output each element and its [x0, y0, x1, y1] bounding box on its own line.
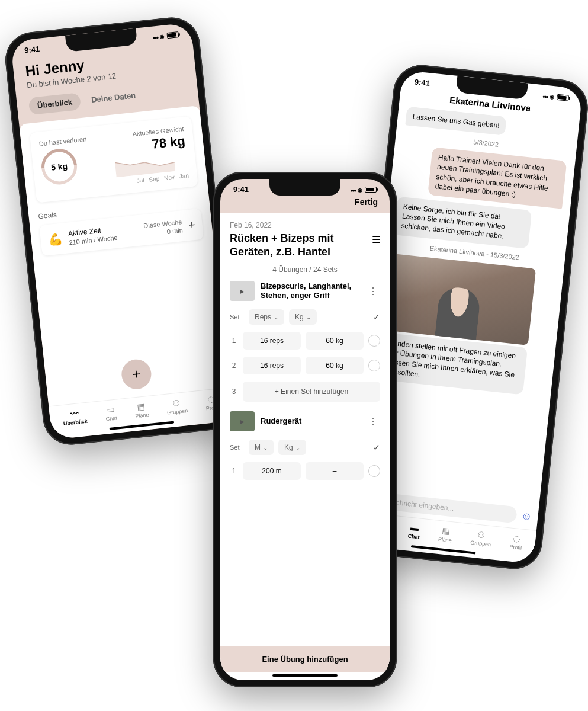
add-goal-icon[interactable]: + — [188, 217, 196, 232]
add-exercise-button[interactable]: Eine Übung hinzufügen — [220, 646, 390, 672]
set-done-toggle[interactable] — [368, 335, 380, 347]
wifi-icon — [159, 32, 165, 40]
battery-icon — [166, 31, 179, 39]
set-done-toggle[interactable] — [368, 465, 380, 477]
groups-icon: ⚇ — [171, 398, 182, 408]
nav-groups[interactable]: ⚇Gruppen — [470, 529, 493, 548]
set-row: 1 16 reps 60 kg — [230, 332, 380, 350]
wifi-icon — [550, 92, 555, 100]
nav-plans[interactable]: ▤Pläne — [134, 401, 149, 419]
workout-date: Feb 16, 2022 — [230, 221, 380, 229]
set-number: 3 — [230, 387, 238, 396]
exercise-thumb: ▶ — [230, 411, 255, 431]
nav-overview[interactable]: 〰Überblick — [62, 408, 88, 427]
month-label: Jul — [136, 177, 144, 184]
set-column-label: Set — [230, 313, 244, 321]
status-time: 9:41 — [233, 185, 249, 194]
status-time: 9:41 — [414, 77, 430, 88]
reps-dropdown[interactable]: Reps — [249, 309, 284, 325]
tab-your-data[interactable]: Deine Daten — [82, 86, 145, 110]
video-message[interactable]: Kunden stellen mir oft Fragen zu einigen… — [378, 253, 536, 395]
set-number: 2 — [230, 361, 238, 370]
set-row: 1 200 m – — [230, 462, 380, 480]
signal-icon — [351, 186, 356, 193]
workout-summary: 4 Übungen / 24 Sets — [230, 265, 380, 274]
signal-icon — [542, 92, 548, 100]
month-label: Sep — [149, 175, 160, 183]
exercise-name: Bizepscurls, Langhantel, Stehen, enger G… — [261, 281, 360, 300]
profile-icon: ◌ — [511, 533, 523, 544]
nav-chat[interactable]: ▭Chat — [104, 405, 117, 422]
exercise-row[interactable]: ▶ Rudergerät ⋮ — [230, 411, 380, 431]
chat-icon: ▭ — [105, 405, 117, 415]
plans-icon: ▤ — [136, 401, 147, 412]
month-label: Nov — [164, 174, 175, 181]
reps-input[interactable]: 16 reps — [243, 332, 301, 350]
groups-icon: ⚇ — [476, 530, 488, 540]
nav-plans[interactable]: ▤Pläne — [438, 526, 453, 543]
progress-ring: 5 kg — [34, 142, 84, 191]
flex-icon: 💪 — [47, 232, 63, 247]
phone-overview: 9:41 Hi Jenny Du bist in Woche 2 von 12 … — [2, 15, 240, 448]
weight-input[interactable]: 60 kg — [306, 357, 364, 374]
set-row: 3 + Einen Set hinzufügen — [230, 382, 380, 402]
exercise-row[interactable]: ▶ Bizepscurls, Langhantel, Stehen, enger… — [230, 281, 380, 301]
check-icon: ✓ — [373, 443, 380, 452]
chat-icon: ▬ — [409, 523, 420, 533]
home-indicator — [272, 674, 338, 677]
distance-input[interactable]: 200 m — [243, 462, 301, 480]
emoji-icon[interactable]: ☺ — [520, 510, 532, 523]
kg-dropdown[interactable]: Kg — [289, 309, 317, 325]
set-number: 1 — [230, 337, 238, 345]
chat-message-in: Keine Sorge, ich bin für Sie da! Lassen … — [394, 196, 532, 248]
kg-dropdown[interactable]: Kg — [278, 440, 306, 455]
lost-label: Du hast verloren — [38, 134, 94, 148]
set-done-toggle[interactable] — [368, 360, 380, 371]
exercise-name: Rudergerät — [261, 417, 360, 426]
overview-icon: 〰 — [69, 408, 81, 419]
lost-value: 5 kg — [50, 161, 68, 172]
set-number: 1 — [230, 467, 238, 475]
battery-icon — [557, 94, 569, 101]
more-icon[interactable]: ⋮ — [366, 283, 380, 299]
video-thumbnail[interactable] — [384, 253, 536, 345]
nav-chat[interactable]: ▬Chat — [407, 523, 421, 540]
set-column-label: Set — [230, 444, 244, 451]
more-icon[interactable]: ⋮ — [366, 414, 380, 430]
nav-profile[interactable]: ◌Profil — [509, 533, 523, 551]
nav-groups[interactable]: ⚇Gruppen — [166, 397, 188, 416]
weight-input[interactable]: – — [306, 462, 364, 480]
add-set-button[interactable]: + Einen Set hinzufügen — [243, 382, 380, 402]
list-view-icon[interactable]: ☰ — [372, 232, 380, 245]
plans-icon: ▤ — [440, 526, 452, 536]
signal-icon — [152, 33, 158, 40]
fab-add-button[interactable]: + — [120, 358, 153, 390]
status-time: 9:41 — [24, 44, 40, 55]
weight-input[interactable]: 60 kg — [306, 332, 364, 350]
weight-card[interactable]: Du hast verloren 5 kg Aktuelles Gewicht … — [30, 116, 198, 203]
wifi-icon — [358, 186, 362, 193]
tab-overview[interactable]: Überblick — [28, 92, 82, 115]
done-button[interactable]: Fertig — [220, 195, 390, 213]
month-label: Jan — [179, 172, 189, 180]
set-row: 2 16 reps 60 kg — [230, 357, 380, 374]
chat-date-chip: 5/3/2022 — [404, 131, 568, 155]
chat-message-out: Hallo Trainer! Vielen Dank für den neuen… — [428, 147, 567, 209]
reps-input[interactable]: 16 reps — [243, 357, 301, 374]
check-icon: ✓ — [373, 312, 380, 322]
battery-icon — [365, 187, 377, 193]
m-dropdown[interactable]: M — [249, 440, 274, 455]
exercise-thumb: ▶ — [230, 281, 255, 301]
workout-title: Rücken + Bizeps mit Geräten, z.B. Hantel — [230, 232, 367, 258]
phone-workout: 9:41 Fertig Feb 16, 2022 Rücken + Bizeps… — [213, 172, 397, 687]
notch — [269, 179, 340, 196]
